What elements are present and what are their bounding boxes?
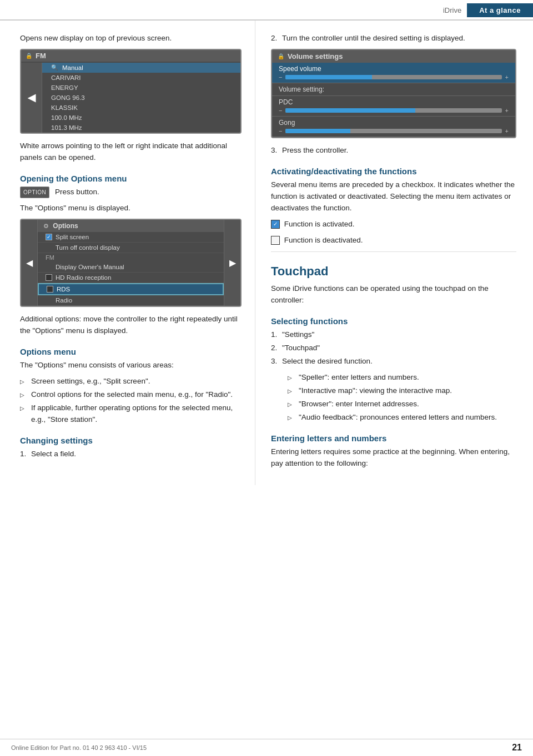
fm-row-energy: ENERGY (42, 83, 240, 93)
touchpad-para: Some iDrive functions can be operated us… (271, 283, 516, 306)
substep-audio-feedback: "Audio feedback": pronounces entered let… (288, 412, 516, 424)
right-column: 2. Turn the controller until the desired… (255, 21, 533, 485)
opts-item-rds: RDS (38, 283, 224, 295)
vol-speed-bar (285, 75, 501, 79)
opts-content: ⚙ Options ✓ Split screen Turn off contro… (38, 220, 224, 306)
opts-item-hdradio: HD Radio reception (38, 273, 224, 283)
left-arrow-opts-icon: ◀ (26, 258, 33, 268)
checkbox-rds (47, 286, 53, 293)
vol-speed-fill (285, 75, 372, 79)
selecting-functions-heading: Selecting functions (271, 316, 516, 326)
opts-header: ⚙ Options (38, 220, 224, 232)
fm-screen-body: 🔍 Manual CARIVARI ENERGY GONG 96.3 KLASS… (42, 63, 240, 133)
fn-deactivated: Function is deactivated. (271, 235, 516, 246)
changing-settings-heading: Changing settings (20, 436, 242, 445)
vol-gong: Gong − + (272, 117, 515, 137)
options-list-item-2: Control options for the selected main me… (20, 389, 242, 401)
page-header: iDrive At a glance (0, 0, 533, 21)
options-menu-list: Screen settings, e.g., "Split screen". C… (20, 376, 242, 426)
footer-page-num: 21 (512, 743, 522, 753)
opts-nav-left: ◀ (21, 220, 38, 306)
selecting-step3: 3. Select the desired function. (271, 356, 516, 367)
selecting-substeps-list: "Speller": enter letters and numbers. "I… (271, 372, 516, 424)
checkbox-splitscreen: ✓ (46, 234, 52, 240)
fm-row-manual: 🔍 Manual (42, 63, 240, 73)
changing-settings-step1: 1. Select a field. (20, 448, 242, 460)
fm-label: FM (36, 52, 46, 60)
opts-gear-icon: ⚙ (43, 223, 49, 229)
vol-setting-label: Volume setting: (272, 83, 515, 96)
vol-gong-bar (285, 129, 501, 133)
vol-speed-volume: Speed volume − + (272, 63, 515, 83)
activating-para: Several menu items are preceded by a che… (271, 179, 516, 214)
options-screen-wrapper: ◀ ⚙ Options ✓ Split screen Turn off cont… (20, 219, 242, 307)
entering-letters-heading: Entering letters and numbers (271, 434, 516, 443)
step2-list: 2. Turn the controller until the desired… (271, 33, 516, 44)
vol-speed-bar-row: − + (279, 74, 509, 80)
fm-nav-left: ◀ (21, 63, 42, 133)
vol-screen: 🔒 Volume settings Speed volume − + Volum… (271, 49, 516, 138)
opens-new-display-para: Opens new display on top of previous scr… (20, 33, 242, 44)
step3-list: 3. Press the controller. (271, 145, 516, 157)
substep-interactive-map: "Interactive map": viewing the interacti… (288, 385, 516, 397)
fm-row-klassik: KLASSIK (42, 103, 240, 113)
fn-activated: ✓ Function is activated. (271, 219, 516, 230)
fm-row-gong: GONG 96.3 (42, 93, 240, 103)
substep-speller: "Speller": enter letters and numbers. (288, 372, 516, 384)
left-column: Opens new display on top of previous scr… (0, 21, 255, 485)
vol-screen-header: 🔒 Volume settings (272, 50, 515, 63)
checkbox-inactive-icon (271, 236, 280, 245)
option-button[interactable]: OPTION (20, 187, 49, 199)
options-list-item-1: Screen settings, e.g., "Split screen". (20, 376, 242, 387)
footer-online-text: Online Edition for Part no. 01 40 2 963 … (11, 744, 147, 751)
changing-settings-list: 1. Select a field. (20, 448, 242, 460)
white-arrows-para: White arrows pointing to the left or rig… (20, 140, 242, 164)
checkbox-hdradio (46, 274, 52, 281)
vol-pdc-bar (285, 108, 501, 113)
vol-minus-icon: − (279, 74, 282, 80)
opts-section-fm: FM (38, 253, 224, 262)
selecting-steps-list: 1. "Settings" 2. "Touchpad" 3. Select th… (271, 329, 516, 367)
main-content: Opens new display on top of previous scr… (0, 21, 533, 485)
opts-item-turnoff: Turn off control display (38, 243, 224, 253)
opts-nav-right: ▶ (224, 220, 240, 306)
fm-row-carivari: CARIVARI (42, 73, 240, 83)
substep-browser: "Browser": enter Internet addresses. (288, 399, 516, 410)
lock-icon: 🔒 (26, 53, 32, 59)
activating-heading: Activating/deactivating the functions (271, 167, 516, 176)
opts-item-splitscreen: ✓ Split screen (38, 232, 224, 243)
opts-item-radio: Radio (38, 295, 224, 306)
step2-item: 2. Turn the controller until the desired… (271, 33, 516, 44)
options-list-item-3: If applicable, further operating options… (20, 402, 242, 426)
selecting-step1: 1. "Settings" (271, 329, 516, 341)
vol-plus-icon: + (505, 74, 509, 80)
search-icon: 🔍 (51, 64, 58, 70)
fm-screen-wrapper: 🔒 FM ◀ 🔍 Manual CARIVARI ENERGY GON (20, 49, 242, 134)
step3-item: 3. Press the controller. (271, 145, 516, 157)
touchpad-heading: Touchpad (271, 264, 516, 279)
right-arrow-opts-icon: ▶ (229, 258, 236, 268)
opts-item-ownersmanual: Display Owner's Manual (38, 262, 224, 273)
vol-lock-icon: 🔒 (278, 53, 284, 59)
entering-letters-para: Entering letters requires some practice … (271, 446, 516, 470)
left-arrow-icon: ◀ (28, 92, 36, 104)
fm-screen-header: 🔒 FM (21, 50, 240, 62)
section-divider (271, 251, 516, 252)
header-idrive-label: iDrive (443, 6, 467, 14)
header-ataglance-label: At a glance (467, 3, 533, 17)
checkbox-active-icon: ✓ (271, 220, 280, 229)
options-menu-displayed: The "Options" menu is displayed. (20, 203, 242, 214)
press-button-step: OPTION Press button. (20, 187, 242, 199)
opening-options-heading: Opening the Options menu (20, 174, 242, 183)
additional-options-para: Additional options: move the controller … (20, 314, 242, 337)
fm-row-101mhz: 101.3 MHz (42, 123, 240, 133)
options-menu-para: The "Options" menu consists of various a… (20, 360, 242, 371)
page-footer: Online Edition for Part no. 01 40 2 963 … (0, 739, 533, 756)
options-menu-heading: Options menu (20, 347, 242, 356)
fm-row-100mhz: 100.0 MHz (42, 113, 240, 123)
vol-pdc: PDC − + (272, 96, 515, 117)
selecting-step2: 2. "Touchpad" (271, 342, 516, 354)
